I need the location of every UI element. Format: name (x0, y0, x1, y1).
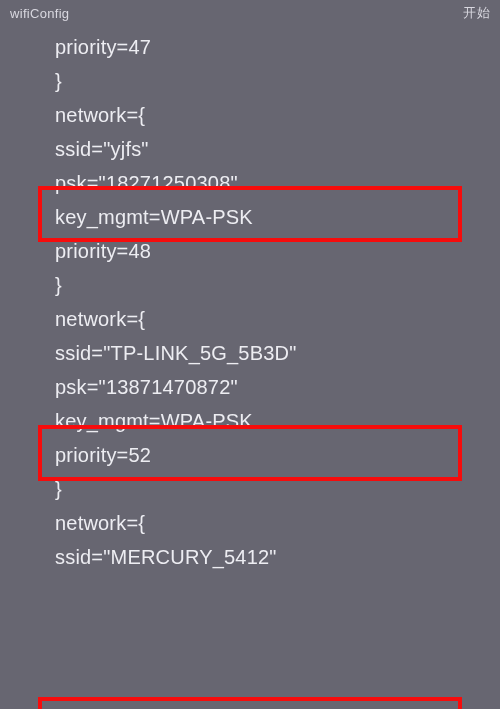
screen: wifiConfig 开始 priority=47 } network={ ss… (0, 0, 500, 709)
code-line: priority=52 (55, 438, 490, 472)
code-line: } (55, 268, 490, 302)
code-line: network={ (55, 506, 490, 540)
code-line: ssid="yjfs" (55, 132, 490, 166)
code-line: key_mgmt=WPA-PSK (55, 404, 490, 438)
code-line: network={ (55, 302, 490, 336)
highlight-box (38, 697, 462, 709)
code-line: psk="18271250308" (55, 166, 490, 200)
code-line: priority=47 (55, 30, 490, 64)
code-line: key_mgmt=WPA-PSK (55, 200, 490, 234)
code-line: ssid="TP-LINK_5G_5B3D" (55, 336, 490, 370)
title-bar: wifiConfig 开始 (0, 0, 500, 26)
start-button[interactable]: 开始 (463, 4, 490, 22)
code-line: } (55, 64, 490, 98)
app-title: wifiConfig (10, 6, 69, 21)
code-line: network={ (55, 98, 490, 132)
config-text-block: priority=47 } network={ ssid="yjfs" psk=… (55, 30, 490, 574)
code-line: psk="13871470872" (55, 370, 490, 404)
code-line: ssid="MERCURY_5412" (55, 540, 490, 574)
code-line: } (55, 472, 490, 506)
code-line: priority=48 (55, 234, 490, 268)
